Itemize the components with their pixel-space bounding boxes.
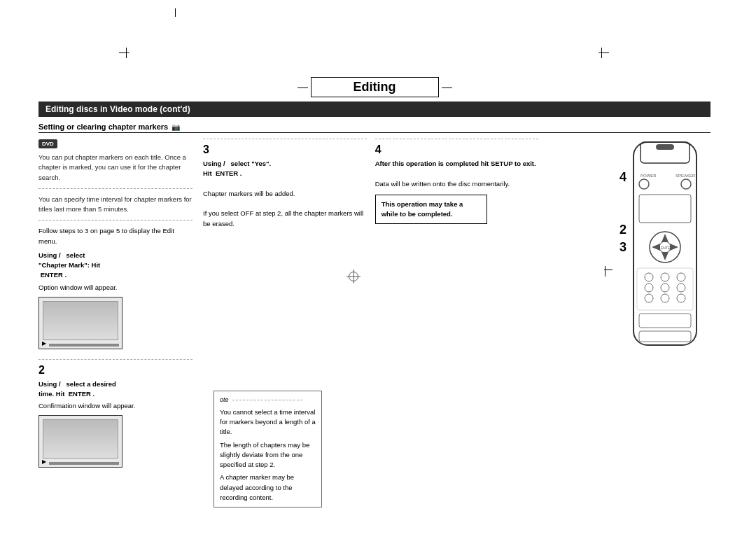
subsection-header: Setting or clearing chapter markers 📷 — [38, 122, 710, 133]
step2-section: 2 Using / select a desiredtime. Hit ENTE… — [38, 359, 192, 468]
remote-control-svg: POWER SPEAKER — [620, 139, 710, 363]
step1-instruction-text: Using / select"Chapter Mark": Hit ENTER … — [38, 251, 100, 279]
step3-instruction: Using / select "Yes".Hit ENTER . Chapter… — [203, 159, 367, 229]
step1-instruction: Using / select"Chapter Mark": Hit ENTER … — [38, 251, 192, 281]
sub-col-remote: POWER SPEAKER — [547, 139, 710, 363]
page-title-container: Editing — [38, 77, 710, 97]
svg-text:POWER: POWER — [640, 174, 657, 178]
svg-point-16 — [645, 273, 653, 281]
step4-note: Data will be written onto the disc momen… — [375, 180, 510, 188]
progress-bar-1 — [49, 344, 119, 346]
svg-point-6 — [681, 179, 691, 189]
svg-point-5 — [639, 179, 649, 189]
page-title: Editing — [354, 80, 396, 94]
svg-point-18 — [677, 273, 685, 281]
sub-col-step4: 4 After this operation is completed hit … — [375, 139, 539, 363]
left-col-para2: You can specify time interval for chapte… — [38, 195, 192, 215]
step2-instruction: Using / select a desiredtime. Hit ENTER … — [38, 379, 192, 400]
section-header: Editing discs in Video mode (cont'd) — [38, 102, 710, 117]
step3-number: 3 — [203, 144, 367, 156]
step3-instr-bold: Using / select "Yes".Hit ENTER . — [203, 160, 271, 177]
step4-instruction: After this operation is completed hit SE… — [375, 159, 539, 189]
note-box: ote You cannot select a time interval fo… — [214, 391, 322, 507]
svg-point-20 — [661, 284, 669, 292]
svg-rect-2 — [656, 144, 674, 150]
step3-dotted — [203, 139, 367, 139]
svg-point-22 — [645, 294, 653, 302]
dvd-badge: DVD — [38, 139, 57, 148]
note-label: ote — [220, 396, 316, 405]
dot-top — [175, 8, 176, 17]
warning-box: This operation may take a while to be co… — [375, 195, 487, 225]
step2-number: 2 — [38, 364, 192, 377]
svg-point-23 — [661, 294, 669, 302]
svg-point-17 — [661, 273, 669, 281]
step3-note2: If you select OFF at step 2, all the cha… — [203, 209, 363, 227]
dotted-divider-1 — [38, 188, 192, 189]
svg-text:ENTER: ENTER — [661, 246, 673, 250]
page-title-border: Editing — [311, 77, 439, 97]
crop-mark-right — [598, 52, 609, 53]
svg-rect-26 — [639, 331, 691, 342]
page-container: Editing Editing discs in Video mode (con… — [0, 0, 756, 546]
svg-rect-0 — [634, 142, 696, 345]
remote-step2-label: 2 — [620, 223, 626, 237]
content-area: Editing Editing discs in Video mode (con… — [38, 77, 710, 470]
step4-number: 4 — [375, 144, 539, 156]
note-dotted-line — [232, 400, 302, 400]
left-col-para1: You can put chapter markers on each titl… — [38, 153, 192, 183]
svg-point-19 — [645, 284, 653, 292]
screen-mockup-1: ▶ — [38, 297, 122, 349]
subsection-header-text: Setting or clearing chapter markers — [38, 122, 168, 131]
svg-marker-10 — [662, 234, 668, 242]
left-column: DVD You can put chapter markers on each … — [38, 139, 192, 470]
step2-dotted — [38, 359, 192, 360]
screen-inner-2 — [43, 419, 118, 458]
section-header-text: Editing discs in Video mode (cont'd) — [46, 104, 190, 114]
screen-inner-1 — [43, 301, 118, 340]
note-line-3: A chapter marker may be delayed accordin… — [220, 472, 316, 503]
progress-bar-2 — [49, 462, 119, 465]
svg-rect-7 — [639, 195, 691, 223]
remote-step4-label: 4 — [620, 170, 626, 185]
step1-intro-text: Follow steps to 3 on page 5 to display t… — [38, 227, 174, 244]
step4-dotted — [375, 139, 539, 139]
camera-icon: 📷 — [172, 123, 180, 131]
svg-point-24 — [677, 294, 685, 302]
play-icon-1: ▶ — [42, 340, 46, 346]
crop-mark-left — [119, 52, 130, 53]
screen-mockup-2: ▶ — [38, 415, 122, 468]
step2-note: Confirmation window will appear. — [38, 402, 192, 410]
warning-text: This operation may take a while to be co… — [382, 200, 463, 218]
step4-instr-bold: After this operation is completed hit SE… — [375, 160, 536, 167]
svg-marker-12 — [652, 244, 660, 251]
svg-rect-25 — [639, 314, 691, 328]
svg-point-21 — [677, 284, 685, 292]
svg-marker-11 — [662, 252, 668, 260]
step1-intro: Follow steps to 3 on page 5 to display t… — [38, 226, 192, 246]
main-two-col: DVD You can put chapter markers on each … — [38, 139, 710, 470]
three-col: 3 Using / select "Yes".Hit ENTER . Chapt… — [203, 139, 710, 363]
remote-step3-label: 3 — [620, 240, 626, 255]
step3-note1: Chapter markers will be added. — [203, 190, 295, 197]
sub-col-step3: 3 Using / select "Yes".Hit ENTER . Chapt… — [203, 139, 367, 363]
dotted-divider-2 — [38, 220, 192, 220]
step2-instr-text: Using / select a desiredtime. Hit ENTER … — [38, 380, 116, 398]
note-line-1: You cannot select a time interval for ma… — [220, 407, 316, 438]
step1-note: Option window will appear. — [38, 284, 192, 291]
svg-text:SPEAKER: SPEAKER — [676, 174, 696, 178]
play-icon-2: ▶ — [42, 458, 46, 465]
note-line-2: The length of chapters may be slightly d… — [220, 440, 316, 470]
